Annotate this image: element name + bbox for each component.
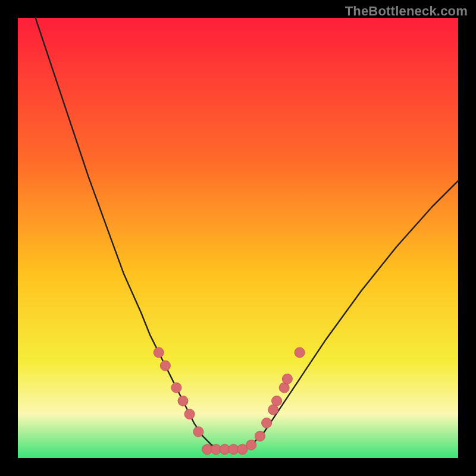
watermark-text: TheBottleneck.com: [345, 4, 468, 19]
bottleneck-chart: [0, 0, 476, 476]
curve-marker: [295, 347, 305, 358]
curve-marker: [160, 361, 170, 371]
curve-marker: [262, 418, 272, 428]
curve-marker: [246, 440, 256, 450]
chart-frame: TheBottleneck.com: [0, 0, 476, 476]
curve-marker: [282, 374, 292, 384]
curve-marker: [184, 409, 195, 419]
curve-marker: [154, 347, 164, 358]
curve-marker: [193, 427, 203, 437]
curve-marker: [171, 383, 181, 393]
curve-marker: [255, 431, 265, 441]
plot-background: [18, 18, 458, 458]
curve-marker: [178, 396, 188, 406]
curve-marker: [272, 396, 282, 406]
